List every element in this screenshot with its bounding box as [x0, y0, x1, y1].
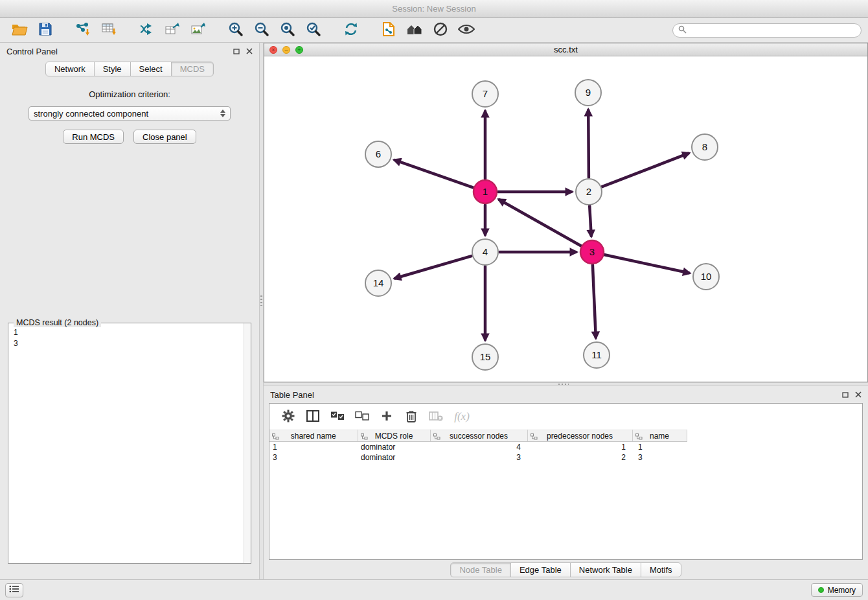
- hide-graphics-button[interactable]: [428, 20, 453, 41]
- column-header-shared-name[interactable]: shared name: [269, 430, 358, 442]
- save-floppy-icon: [38, 22, 52, 38]
- refresh-layout-button[interactable]: [338, 20, 364, 41]
- graph-node-label: 1: [483, 186, 488, 197]
- delete-row-button[interactable]: [400, 407, 422, 426]
- graph-node-label: 14: [373, 277, 384, 288]
- zoom-selected-button[interactable]: [301, 20, 326, 41]
- table-settings-button[interactable]: [277, 407, 299, 426]
- search-box[interactable]: [672, 23, 862, 38]
- table-toolbar: f(x): [269, 404, 862, 430]
- graph-edge-3-1[interactable]: [499, 200, 581, 246]
- tab-network[interactable]: Network: [45, 62, 95, 76]
- run-mcds-button[interactable]: Run MCDS: [63, 130, 124, 144]
- tab-edge-table[interactable]: Edge Table: [510, 562, 571, 577]
- table-panel: Table Panel f(x): [264, 386, 868, 579]
- document-network-icon: [382, 21, 396, 39]
- graph-node-label: 9: [586, 87, 591, 98]
- column-tree-icon: [433, 433, 440, 442]
- table-row[interactable]: 1dominator411: [269, 442, 697, 452]
- fx-icon: f(x): [451, 410, 470, 423]
- refresh-group: [338, 20, 364, 41]
- image-export-icon: [190, 22, 206, 38]
- search-input[interactable]: [690, 26, 856, 35]
- mcds-result-title: MCDS result (2 nodes): [14, 318, 101, 327]
- import-network-button[interactable]: [70, 20, 96, 41]
- column-header-successor-nodes[interactable]: successor nodes: [430, 430, 527, 442]
- unchecked-boxes-icon: [355, 411, 369, 422]
- column-tree-icon: [531, 433, 538, 442]
- tab-mcds[interactable]: MCDS: [171, 62, 214, 76]
- task-history-button[interactable]: [5, 583, 23, 597]
- tab-select[interactable]: Select: [130, 62, 172, 76]
- result-scrollbar[interactable]: [244, 323, 251, 563]
- right-area: scc.txt × – + 7968124314101511: [264, 43, 868, 579]
- graph-edge-3-11[interactable]: [593, 265, 596, 338]
- graph-edge-2-8[interactable]: [602, 154, 689, 187]
- zoom-selected-icon: [306, 21, 321, 39]
- list-icon: [9, 585, 19, 595]
- export-image-button[interactable]: [185, 20, 211, 41]
- save-session-button[interactable]: [32, 20, 58, 41]
- import-group: [70, 20, 122, 41]
- network-window-titlebar: scc.txt × – +: [264, 43, 867, 56]
- table-panel-header: Table Panel: [264, 386, 868, 403]
- unselect-all-button[interactable]: [351, 407, 373, 426]
- main-area: Control Panel Network Style Select MCDS …: [0, 43, 868, 579]
- import-table-button[interactable]: [96, 20, 122, 41]
- minimize-window-icon[interactable]: –: [282, 46, 290, 54]
- zoom-fit-button[interactable]: [275, 20, 301, 41]
- zoom-in-button[interactable]: [223, 20, 249, 41]
- trash-icon: [405, 410, 417, 424]
- zoom-fit-icon: [280, 21, 295, 39]
- float-panel-icon[interactable]: [233, 49, 240, 54]
- add-column-button[interactable]: [376, 407, 398, 426]
- graph-edge-2-9[interactable]: [588, 110, 589, 178]
- graph-edge-4-14[interactable]: [395, 256, 472, 278]
- memory-button[interactable]: Memory: [811, 583, 863, 597]
- delete-column-button[interactable]: [425, 407, 447, 426]
- table-header-row: shared name MCDS role successor nodes pr…: [269, 430, 697, 442]
- tab-node-table[interactable]: Node Table: [450, 562, 511, 577]
- tab-style[interactable]: Style: [94, 62, 131, 76]
- new-table-button[interactable]: [159, 20, 185, 41]
- criterion-dropdown[interactable]: strongly connected component: [29, 106, 231, 121]
- tab-network-table[interactable]: Network Table: [570, 562, 641, 577]
- close-panel-icon[interactable]: [246, 48, 253, 54]
- graph-edge-2-3[interactable]: [589, 206, 591, 236]
- table-tabs: Node Table Edge Table Network Table Moti…: [264, 560, 868, 579]
- graph-node-label: 6: [376, 148, 381, 159]
- home-views-button[interactable]: [402, 20, 428, 41]
- optimization-criterion-label: Optimization criterion:: [89, 89, 170, 99]
- close-window-icon[interactable]: ×: [269, 46, 277, 54]
- network-canvas[interactable]: 7968124314101511: [264, 56, 867, 382]
- column-header-name[interactable]: name: [632, 430, 687, 442]
- column-header-predecessor-nodes[interactable]: predecessor nodes: [527, 430, 632, 442]
- show-columns-button[interactable]: [302, 407, 324, 426]
- maximize-window-icon[interactable]: +: [295, 46, 303, 54]
- function-builder-button[interactable]: f(x): [450, 407, 472, 426]
- column-tree-icon: [635, 433, 643, 442]
- graph-edge-1-6[interactable]: [395, 160, 474, 187]
- close-table-panel-icon[interactable]: [855, 391, 862, 398]
- network-from-document-button[interactable]: [376, 20, 402, 41]
- vertical-splitter[interactable]: [259, 43, 264, 579]
- control-panel-title: Control Panel: [6, 47, 58, 56]
- open-session-button[interactable]: [6, 20, 32, 41]
- close-panel-button[interactable]: Close panel: [133, 130, 196, 144]
- float-table-panel-icon[interactable]: [842, 392, 849, 398]
- open-folder-icon: [12, 23, 28, 38]
- control-panel: Control Panel Network Style Select MCDS …: [0, 43, 259, 579]
- table-row[interactable]: 3dominator323: [269, 452, 697, 463]
- column-header-mcds-role[interactable]: MCDS role: [358, 430, 430, 442]
- graph-node-label: 3: [589, 246, 595, 257]
- horizontal-splitter[interactable]: [264, 382, 868, 386]
- graph-edge-3-10[interactable]: [605, 255, 689, 273]
- tab-motifs[interactable]: Motifs: [641, 562, 681, 577]
- select-all-button[interactable]: [326, 407, 348, 426]
- new-network-button[interactable]: [133, 20, 159, 41]
- node-table-body: 1dominator4113dominator323: [269, 442, 697, 463]
- network-graph: 7968124314101511: [264, 56, 867, 382]
- graph-node-label: 4: [483, 246, 488, 257]
- zoom-out-button[interactable]: [249, 20, 275, 41]
- show-view-button[interactable]: [453, 20, 479, 41]
